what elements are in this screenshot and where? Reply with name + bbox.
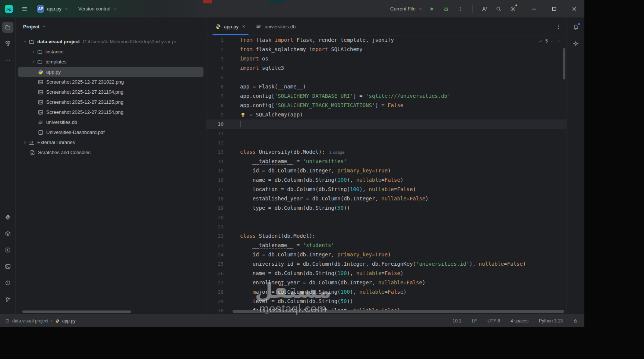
code-line[interactable]: 27 enrollment_year = db.Column(db.Intege… bbox=[206, 278, 566, 287]
code-line[interactable]: 15 id = db.Column(db.Integer, primary_ke… bbox=[206, 166, 566, 175]
line-number[interactable]: 4 bbox=[206, 63, 230, 73]
code-line[interactable]: 1from flask import Flask, render_templat… bbox=[206, 35, 566, 45]
code-line[interactable]: 7app.config['SQLALCHEMY_DATABASE_URI'] =… bbox=[206, 91, 566, 101]
vcs-widget[interactable]: Version control bbox=[75, 4, 121, 13]
debug-button[interactable] bbox=[440, 3, 452, 15]
code-line[interactable]: 18 established_year = db.Column(db.Integ… bbox=[206, 194, 566, 203]
run-configuration-widget[interactable]: Current File bbox=[387, 4, 426, 13]
tree-item[interactable]: Screenshot 2025-12-27 231125.png bbox=[18, 97, 203, 107]
tree-item[interactable]: ?Universities-Dashboard.pdf bbox=[18, 127, 203, 137]
line-number[interactable]: 16 bbox=[206, 175, 230, 185]
editor-vertical-scrollbar[interactable] bbox=[563, 48, 565, 79]
code-editor[interactable]: 5 1from flask import Flask, render_templ… bbox=[206, 35, 566, 314]
close-button[interactable] bbox=[564, 0, 584, 18]
line-number[interactable]: 8 bbox=[206, 101, 230, 110]
tree-item[interactable]: data.visual projectC:\Users\Ali Mahmoud\… bbox=[18, 37, 203, 47]
tree-expander[interactable] bbox=[21, 40, 29, 44]
code-line[interactable]: 25 university_id = db.Column(db.Integer,… bbox=[206, 259, 566, 269]
tree-expander[interactable] bbox=[29, 50, 37, 54]
line-number[interactable]: 15 bbox=[206, 166, 230, 175]
code-line[interactable]: 8app.config['SQLALCHEMY_TRACK_MODIFICATI… bbox=[206, 101, 566, 110]
line-number[interactable]: 29 bbox=[206, 297, 230, 306]
tree-item[interactable]: Screenshot 2025-12-27 231154.png bbox=[18, 107, 203, 117]
line-number[interactable]: 20 bbox=[206, 213, 230, 222]
code-line[interactable]: 16 name = db.Column(db.String(100), null… bbox=[206, 175, 566, 185]
line-number[interactable]: 1 bbox=[206, 35, 230, 45]
breadcrumb-file[interactable]: app.py bbox=[62, 318, 76, 324]
maximize-button[interactable] bbox=[544, 0, 564, 18]
line-number[interactable]: 2 bbox=[206, 45, 230, 54]
code-line[interactable]: 4import sqlite3 bbox=[206, 63, 566, 73]
code-line[interactable]: 6app = Flask(__name__) bbox=[206, 82, 566, 91]
tree-item[interactable]: app.py bbox=[18, 67, 203, 77]
code-with-me-button[interactable] bbox=[479, 3, 490, 15]
code-line[interactable]: 29 level = db.Column(db.String(50)) bbox=[206, 297, 566, 306]
notifications-button[interactable] bbox=[570, 22, 581, 33]
line-number[interactable]: 21 bbox=[206, 222, 230, 231]
line-number[interactable]: 23 bbox=[206, 241, 230, 250]
tool-window-button-project[interactable] bbox=[2, 22, 13, 33]
breadcrumb-project[interactable]: data.visual project bbox=[12, 318, 48, 324]
line-number[interactable]: 30 bbox=[206, 306, 230, 314]
project-horizontal-scrollbar[interactable] bbox=[22, 310, 131, 313]
main-menu-button[interactable] bbox=[19, 3, 31, 15]
tree-item[interactable]: Screenshot 2025-12-27 231104.png bbox=[18, 87, 203, 97]
line-number[interactable]: 6 bbox=[206, 82, 230, 91]
line-number[interactable]: 25 bbox=[206, 259, 230, 269]
chevron-up-icon[interactable] bbox=[550, 39, 554, 43]
tree-item[interactable]: Screenshot 2025-12-27 231022.png bbox=[18, 77, 203, 87]
tree-item[interactable]: instance bbox=[18, 47, 203, 57]
tree-item[interactable]: templates bbox=[18, 57, 203, 67]
tree-expander[interactable] bbox=[21, 140, 29, 145]
line-number[interactable]: 18 bbox=[206, 194, 230, 203]
tool-window-button-services[interactable] bbox=[2, 244, 13, 256]
code-line[interactable]: 9db = SQLAlchemy(app) bbox=[206, 110, 566, 119]
tool-window-button-structure[interactable] bbox=[2, 38, 13, 49]
line-number[interactable]: 14 bbox=[206, 157, 230, 166]
tool-window-button-terminal[interactable] bbox=[2, 261, 13, 272]
line-number[interactable]: 9 bbox=[206, 110, 230, 119]
code-line[interactable]: 10 bbox=[206, 119, 566, 129]
tool-window-button-problems[interactable] bbox=[2, 277, 13, 288]
more-actions-button[interactable] bbox=[454, 3, 466, 15]
code-line[interactable]: 3import os bbox=[206, 54, 566, 63]
line-separator[interactable]: LF bbox=[472, 318, 477, 324]
tool-window-button-python-packages[interactable] bbox=[2, 228, 13, 239]
project-panel-header[interactable]: Project bbox=[16, 18, 206, 35]
editor-horizontal-scrollbar[interactable] bbox=[233, 310, 564, 313]
inspections-widget[interactable]: 5 bbox=[538, 38, 561, 44]
run-button[interactable] bbox=[426, 3, 438, 15]
editor-tab-universities-db[interactable]: universities.db bbox=[251, 18, 300, 35]
line-number[interactable]: 12 bbox=[206, 138, 230, 147]
code-line[interactable]: 11 bbox=[206, 129, 566, 138]
line-number[interactable]: 27 bbox=[206, 278, 230, 287]
caret-position[interactable]: 10:1 bbox=[453, 318, 461, 324]
code-line[interactable]: 26 name = db.Column(db.String(100), null… bbox=[206, 269, 566, 278]
tree-item[interactable]: Scratches and Consoles bbox=[18, 147, 203, 157]
code-line[interactable]: 13class University(db.Model):1 usage bbox=[206, 147, 566, 157]
tree-item[interactable]: External Libraries bbox=[18, 137, 203, 147]
line-number[interactable]: 19 bbox=[206, 203, 230, 213]
tree-expander[interactable] bbox=[29, 60, 37, 64]
tree-item[interactable]: universities.db bbox=[18, 117, 203, 127]
code-line[interactable]: 23 __tablename__ = 'students' bbox=[206, 241, 566, 250]
indent-style[interactable]: 4 spaces bbox=[511, 318, 528, 324]
line-number[interactable]: 7 bbox=[206, 91, 230, 101]
code-line[interactable]: 14 __tablename__ = 'universities' bbox=[206, 157, 566, 166]
code-line[interactable]: 19 type = db.Column(db.String(50)) bbox=[206, 203, 566, 213]
tool-window-button-python-console[interactable] bbox=[2, 212, 13, 223]
readonly-toggle-button[interactable] bbox=[573, 319, 578, 323]
editor-tab-app-py[interactable]: app.py bbox=[210, 18, 251, 35]
settings-button[interactable] bbox=[507, 3, 519, 15]
intention-bulb-icon[interactable] bbox=[240, 112, 246, 118]
file-encoding[interactable]: UTF-8 bbox=[487, 318, 500, 324]
search-everywhere-button[interactable] bbox=[493, 3, 505, 15]
code-line[interactable]: 5 bbox=[206, 73, 566, 82]
code-line[interactable]: 24 id = db.Column(db.Integer, primary_ke… bbox=[206, 250, 566, 259]
chevron-down-icon[interactable] bbox=[557, 39, 561, 43]
code-line[interactable]: 2from flask_sqlalchemy import SQLAlchemy bbox=[206, 45, 566, 54]
line-number[interactable]: 24 bbox=[206, 250, 230, 259]
line-number[interactable]: 11 bbox=[206, 129, 230, 138]
minimize-button[interactable] bbox=[524, 0, 544, 18]
line-number[interactable]: 17 bbox=[206, 185, 230, 194]
